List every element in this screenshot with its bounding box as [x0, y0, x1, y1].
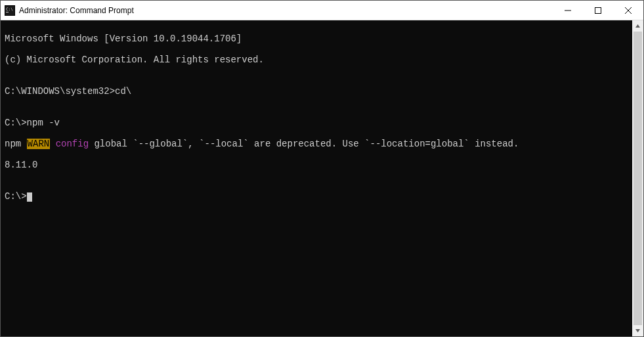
- client-area: Microsoft Windows [Version 10.0.19044.17…: [1, 20, 643, 336]
- cmd-icon: C:\: [5, 5, 15, 16]
- maximize-button[interactable]: [583, 1, 613, 20]
- svg-rect-3: [6, 12, 9, 12]
- svg-text:C:\: C:\: [6, 7, 13, 11]
- scroll-thumb[interactable]: [633, 32, 642, 325]
- window-controls: [553, 1, 643, 20]
- title-bar[interactable]: C:\ Administrator: Command Prompt: [1, 1, 643, 20]
- warn-badge: WARN: [27, 139, 51, 149]
- npm-prefix: npm: [5, 139, 27, 149]
- copyright-line: (c) Microsoft Corporation. All rights re…: [5, 55, 264, 65]
- cursor: [27, 192, 32, 202]
- prompt: C:\>: [5, 191, 27, 202]
- prompt: C:\>: [5, 118, 27, 128]
- minimize-button[interactable]: [553, 1, 583, 20]
- npm-version-output: 8.11.0: [5, 160, 37, 170]
- close-button[interactable]: [613, 1, 643, 20]
- window-frame: C:\ Administrator: Command Prompt Micros…: [0, 0, 644, 337]
- vertical-scrollbar[interactable]: [632, 20, 643, 336]
- space: [50, 139, 55, 149]
- prompt: C:\WINDOWS\system32>: [5, 86, 115, 97]
- config-word: config: [56, 139, 89, 149]
- title-left: C:\ Administrator: Command Prompt: [1, 5, 134, 16]
- scroll-down-button[interactable]: [632, 325, 643, 336]
- os-version-line: Microsoft Windows [Version 10.0.19044.17…: [5, 34, 242, 44]
- terminal-output[interactable]: Microsoft Windows [Version 10.0.19044.17…: [1, 20, 632, 336]
- command-cd: cd\: [115, 86, 131, 97]
- window-title: Administrator: Command Prompt: [19, 6, 134, 15]
- scroll-up-button[interactable]: [632, 20, 643, 32]
- command-npm-v: npm -v: [27, 118, 60, 128]
- warn-message: global `--global`, `--local` are depreca…: [89, 139, 519, 149]
- svg-rect-4: [595, 7, 601, 13]
- scroll-track[interactable]: [632, 32, 643, 325]
